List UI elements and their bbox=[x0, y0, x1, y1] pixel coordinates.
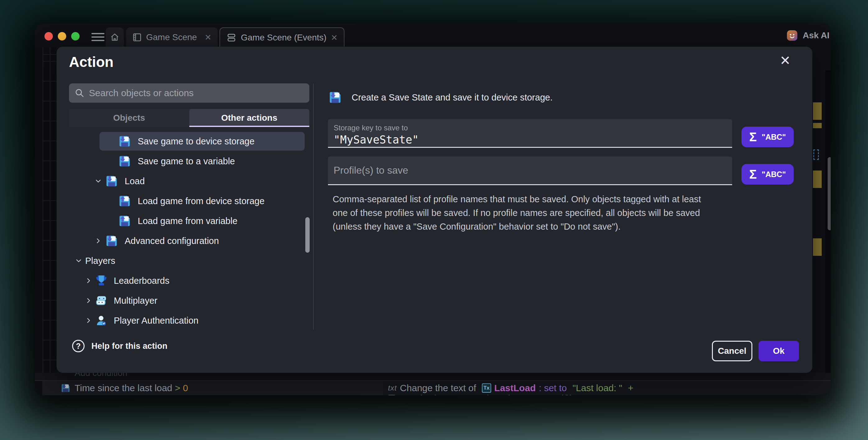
events-tab-icon bbox=[226, 32, 237, 43]
event-text-segment: : set to bbox=[539, 383, 569, 393]
tab-other-actions[interactable]: Other actions bbox=[189, 109, 310, 127]
action-description: Create a Save State and save it to devic… bbox=[328, 90, 553, 105]
abc-label: "ABC" bbox=[762, 133, 786, 142]
list-item[interactable]: Load game from variable bbox=[69, 211, 311, 231]
person-icon bbox=[95, 314, 107, 327]
load-icon bbox=[118, 214, 131, 228]
save-icon bbox=[118, 135, 131, 148]
tab-label: Game Scene (Events) bbox=[241, 33, 327, 42]
close-window-button[interactable] bbox=[44, 32, 53, 40]
event-row[interactable]: Time since the last load > 0 txt Change … bbox=[35, 380, 831, 395]
events-scrollbar-thumb[interactable] bbox=[828, 157, 831, 230]
event-text-segment: Time since the last load bbox=[74, 383, 175, 393]
ok-button[interactable]: Ok bbox=[758, 341, 799, 361]
chevron-down-icon[interactable] bbox=[94, 177, 102, 185]
sigma-icon: Σ bbox=[749, 130, 757, 144]
close-tab-icon[interactable]: ✕ bbox=[331, 33, 338, 42]
list-item-label: Load bbox=[125, 176, 145, 186]
zoom-window-button[interactable] bbox=[71, 32, 80, 40]
condition-cell[interactable]: Time since the last load > 0 bbox=[42, 381, 383, 395]
list-item-label: Multiplayer bbox=[114, 296, 157, 306]
event-text-segment: LastLoad bbox=[494, 383, 536, 393]
tab-label: Game Scene bbox=[146, 32, 197, 42]
help-for-action-link[interactable]: ? Help for this action bbox=[72, 340, 167, 352]
ask-ai-button[interactable]: Ask AI bbox=[786, 29, 830, 42]
highlighted-action-fragment bbox=[813, 102, 822, 120]
panel-divider bbox=[313, 83, 314, 330]
text-action-icon: txt bbox=[388, 384, 397, 392]
list-item[interactable]: Advanced configuration bbox=[69, 231, 311, 251]
list-item-label: Load game from device storage bbox=[138, 196, 265, 206]
minimize-window-button[interactable] bbox=[58, 32, 66, 40]
gamepad-icon bbox=[95, 294, 107, 307]
list-item[interactable]: Load game from device storage bbox=[69, 191, 311, 211]
storage-key-field[interactable]: Storage key to save to bbox=[328, 119, 732, 148]
event-text-segment: Change the text of bbox=[400, 383, 479, 393]
home-tab[interactable] bbox=[106, 27, 124, 47]
chevron-right-icon[interactable] bbox=[85, 276, 93, 285]
event-text-segment: + bbox=[628, 383, 633, 393]
expression-editor-button[interactable]: Σ "ABC" bbox=[741, 127, 794, 147]
menu-icon[interactable] bbox=[91, 33, 104, 41]
close-tab-icon[interactable]: ✕ bbox=[205, 33, 211, 42]
list-item[interactable]: Load bbox=[69, 171, 311, 191]
list-item[interactable]: Save game to a variable bbox=[69, 151, 311, 171]
save-icon bbox=[328, 90, 342, 105]
save-icon bbox=[118, 154, 131, 168]
tab-game-scene[interactable]: Game Scene ✕ bbox=[126, 27, 218, 47]
chevron-right-icon[interactable] bbox=[85, 317, 93, 325]
profiles-field[interactable] bbox=[328, 156, 732, 185]
list-item[interactable]: Multiplayer bbox=[69, 291, 311, 311]
event-gutter bbox=[35, 381, 42, 395]
list-item[interactable]: Leaderboards bbox=[69, 271, 311, 291]
list-item[interactable]: Save game to device storage bbox=[69, 131, 311, 151]
events-sheet: Add condition Time since the last load >… bbox=[35, 373, 831, 395]
tab-objects[interactable]: Objects bbox=[69, 109, 189, 127]
event-text-segment: > bbox=[175, 383, 183, 393]
list-item[interactable]: Player Authentication bbox=[69, 311, 311, 330]
search-input[interactable] bbox=[89, 88, 309, 98]
list-item-label: Players bbox=[85, 256, 115, 266]
event-text-segment: 0 bbox=[183, 383, 188, 393]
sigma-icon: Σ bbox=[749, 168, 757, 181]
highlighted-action-fragment bbox=[813, 123, 822, 128]
list-item[interactable]: Players bbox=[69, 251, 311, 271]
chevron-right-icon[interactable] bbox=[85, 297, 93, 305]
save-icon bbox=[60, 383, 71, 393]
drop-indicator bbox=[813, 149, 819, 160]
list-item-label: Player Authentication bbox=[114, 316, 198, 326]
action-description-text: Create a Save State and save it to devic… bbox=[352, 92, 553, 103]
ask-ai-icon bbox=[786, 29, 798, 42]
scene-tab-icon bbox=[132, 33, 142, 42]
list-item-label: Load game from variable bbox=[138, 216, 238, 226]
storage-key-label: Storage key to save to bbox=[328, 119, 732, 132]
window-controls bbox=[44, 32, 80, 40]
profiles-input[interactable] bbox=[328, 156, 732, 177]
text-object-icon: Tx bbox=[482, 383, 491, 393]
chevron-down-icon[interactable] bbox=[74, 257, 83, 265]
events-sheet-left-edge bbox=[35, 47, 57, 373]
help-icon: ? bbox=[72, 340, 85, 352]
event-text-segment: ToString(SaveState.TimeSinceLastLoad()) … bbox=[399, 393, 595, 395]
ask-ai-label: Ask AI bbox=[803, 30, 830, 40]
event-text-segment: "Last load: " bbox=[572, 383, 625, 393]
tab-game-scene-events[interactable]: Game Scene (Events) ✕ bbox=[219, 27, 344, 47]
abc-label: "ABC" bbox=[762, 170, 786, 179]
chevron-right-icon[interactable] bbox=[94, 237, 102, 245]
help-link-label: Help for this action bbox=[91, 341, 167, 351]
highlighted-action-fragment bbox=[813, 238, 822, 256]
highlighted-action-fragment bbox=[813, 171, 822, 188]
field-help-text: Comma-separated list of profile names th… bbox=[333, 192, 737, 233]
list-item-label: Save game to a variable bbox=[138, 156, 235, 167]
action-cell[interactable]: txt Change the text of TxLastLoad: set t… bbox=[383, 381, 831, 395]
list-scrollbar-thumb[interactable] bbox=[305, 217, 310, 253]
trophy-icon bbox=[95, 274, 107, 287]
actions-tree-list: Save game to device storage Save game to… bbox=[69, 131, 311, 330]
dialog-title: Action bbox=[69, 54, 114, 70]
action-text: Change the text of TxLastLoad: set to "L… bbox=[400, 383, 633, 393]
expression-editor-button[interactable]: Σ "ABC" bbox=[741, 164, 794, 184]
storage-key-input[interactable] bbox=[328, 132, 732, 147]
close-dialog-icon[interactable]: ✕ bbox=[780, 53, 790, 68]
cancel-button[interactable]: Cancel bbox=[712, 341, 752, 361]
search-icon bbox=[74, 88, 85, 98]
